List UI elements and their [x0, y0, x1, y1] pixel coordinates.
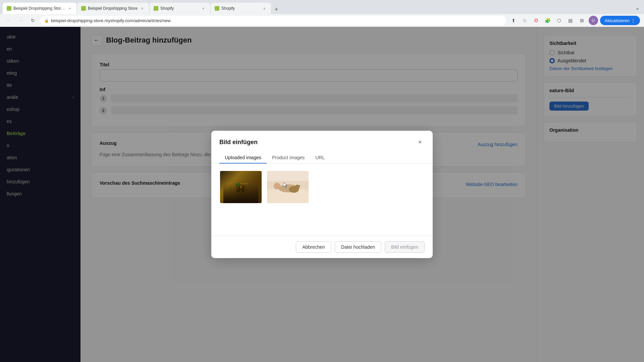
tab-4[interactable]: Shopify × [211, 3, 271, 14]
person-dog-image [267, 171, 309, 203]
svg-rect-0 [236, 184, 246, 192]
svg-text:S: S [240, 185, 242, 188]
user-avatar[interactable]: U [589, 16, 598, 25]
modal-tabs: Uploaded images Product images URL [211, 147, 433, 164]
image-thumb-2-inner [267, 171, 309, 203]
screenshot-button[interactable]: ⬡ [554, 16, 564, 25]
modal-header: Bild einfügen × [211, 131, 433, 147]
tab-3-close[interactable]: × [201, 6, 206, 11]
svg-rect-5 [237, 186, 239, 189]
modal-close-button[interactable]: × [415, 137, 425, 147]
back-button[interactable]: ← [4, 16, 13, 25]
svg-rect-1 [237, 186, 240, 192]
cancel-button[interactable]: Abbrechen [296, 241, 331, 253]
tab-product-images[interactable]: Product images [267, 152, 310, 164]
modal-footer: Abbrechen Datei hochladen Bild einfügen [211, 236, 433, 258]
tab-bar: Beispiel Dropshipping Store · E... × Bei… [0, 0, 644, 14]
share-button[interactable]: ⬆ [509, 16, 518, 25]
forward-button[interactable]: → [16, 16, 25, 25]
svg-rect-14 [267, 171, 309, 181]
upload-button[interactable]: Datei hochladen [335, 241, 381, 253]
image-thumb-2[interactable] [266, 170, 309, 204]
tab-3-favicon [154, 6, 158, 11]
tab-uploaded-images[interactable]: Uploaded images [219, 152, 267, 164]
tab-2-favicon [81, 6, 86, 11]
svg-point-4 [236, 182, 240, 186]
tab-4-title: Shopify [221, 6, 260, 11]
insert-button[interactable]: Bild einfügen [385, 241, 425, 253]
lock-icon: 🔒 [44, 18, 49, 23]
sidebar-button[interactable]: ▤ [566, 16, 575, 25]
shop-svg: S [231, 177, 251, 197]
modal-overlay[interactable]: Bild einfügen × Uploaded images Product … [0, 27, 644, 362]
tab-4-favicon [215, 6, 219, 11]
nav-bar: ← → ↻ 🔒 beispiel-dropshipping-store.mysh… [0, 14, 644, 27]
image-thumb-1[interactable]: S [219, 170, 262, 204]
address-text: beispiel-dropshipping-store.myshopify.co… [51, 18, 171, 23]
tab-expand-button[interactable]: ⌄ [634, 3, 641, 13]
tab-4-close[interactable]: × [262, 6, 267, 11]
nav-actions: ⬆ ☆ O 🧩 ⬡ ▤ ⊞ U Aktualisieren ⋮ [509, 16, 640, 25]
shop-image: S [220, 171, 262, 203]
tab-3-title: Shopify [160, 6, 199, 11]
panel-button[interactable]: ⊞ [577, 16, 587, 25]
reload-button[interactable]: ↻ [28, 16, 38, 25]
svg-rect-2 [241, 186, 244, 192]
tab-3[interactable]: Shopify × [150, 3, 210, 14]
address-bar[interactable]: 🔒 beispiel-dropshipping-store.myshopify.… [40, 16, 506, 25]
update-button[interactable]: Aktualisieren ⋮ [600, 16, 640, 25]
tab-1[interactable]: Beispiel Dropshipping Store · E... × [3, 3, 76, 14]
person-dog-svg [267, 171, 309, 203]
opera-logo: O [532, 16, 541, 25]
tab-1-favicon [7, 6, 11, 11]
tab-url[interactable]: URL [310, 152, 330, 164]
tab-1-title: Beispiel Dropshipping Store · E... [13, 6, 65, 11]
modal-body: S [211, 164, 433, 236]
new-tab-button[interactable]: + [272, 5, 281, 14]
extensions-button[interactable]: 🧩 [543, 16, 552, 25]
modal-title: Bild einfügen [219, 139, 258, 146]
tab-2-close[interactable]: × [140, 6, 145, 11]
bookmark-button[interactable]: ☆ [520, 16, 530, 25]
svg-point-13 [298, 185, 300, 187]
tab-1-close[interactable]: × [67, 6, 72, 11]
svg-rect-3 [234, 183, 248, 184]
image-thumb-1-inner: S [220, 171, 262, 203]
insert-image-modal: Bild einfügen × Uploaded images Product … [211, 131, 433, 258]
tab-2[interactable]: Beispiel Dropshipping Store × [77, 3, 149, 14]
browser-chrome: Beispiel Dropshipping Store · E... × Bei… [0, 0, 644, 27]
svg-point-10 [274, 183, 280, 189]
image-grid: S [219, 170, 425, 204]
tab-2-title: Beispiel Dropshipping Store [88, 6, 138, 11]
